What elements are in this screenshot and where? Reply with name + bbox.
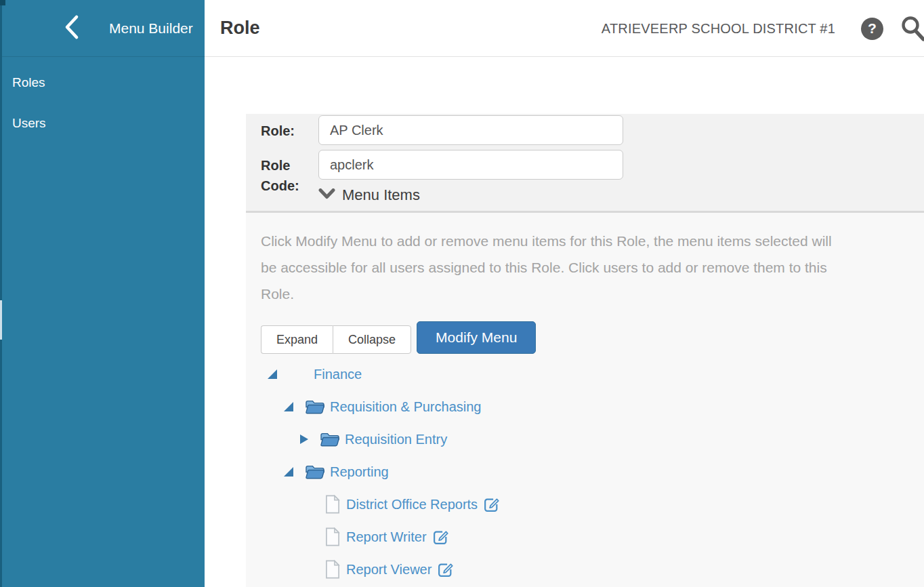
instructions-line: Role. bbox=[261, 281, 924, 307]
role-code-label: Role Code: bbox=[261, 150, 318, 196]
sidebar-scroll-thumb[interactable] bbox=[0, 300, 2, 340]
tree-node-requisition-entry[interactable]: Requisition Entry bbox=[261, 423, 924, 456]
arrow-spacer bbox=[300, 532, 310, 542]
role-row: Role: bbox=[261, 115, 924, 145]
tree-node-finance[interactable]: Finance bbox=[261, 358, 924, 390]
page-title: Role bbox=[220, 18, 260, 39]
collapse-arrow-icon[interactable] bbox=[284, 402, 293, 411]
folder-icon bbox=[319, 431, 340, 447]
sidebar-header: Menu Builder bbox=[0, 0, 205, 57]
modify-menu-button[interactable]: Modify Menu bbox=[417, 321, 536, 354]
district-name: ATRIEVEERP SCHOOL DISTRICT #1 bbox=[602, 21, 835, 37]
menu-items-section-toggle[interactable]: Menu Items bbox=[318, 186, 924, 204]
tree-node-label[interactable]: Requisition Entry bbox=[345, 432, 447, 447]
edit-icon[interactable] bbox=[437, 561, 454, 578]
sidebar-item-label: Users bbox=[12, 116, 46, 131]
tree-node-label[interactable]: Report Writer bbox=[346, 529, 427, 545]
sidebar-item-users[interactable]: Users bbox=[0, 103, 205, 144]
edit-icon[interactable] bbox=[432, 529, 449, 546]
search-icon[interactable] bbox=[901, 14, 924, 43]
menu-items-section: Click Modify Menu to add or remove menu … bbox=[246, 213, 924, 587]
tree-node-reporting[interactable]: Reporting bbox=[261, 456, 924, 488]
toolbar: Expand Collapse Modify Menu bbox=[261, 321, 924, 354]
arrow-spacer bbox=[300, 500, 310, 509]
role-form: Role: Role Code: Menu Items bbox=[246, 114, 924, 211]
tree-node-label[interactable]: Report Viewer bbox=[346, 562, 432, 578]
expand-button[interactable]: Expand bbox=[261, 325, 333, 354]
document-icon bbox=[324, 527, 341, 546]
sidebar-scroll-strip[interactable] bbox=[0, 0, 2, 587]
chevron-down-icon bbox=[318, 188, 335, 202]
role-panel: Role: Role Code: Menu Items Click Modify… bbox=[246, 114, 924, 587]
instructions-line: Click Modify Menu to add or remove menu … bbox=[261, 228, 924, 254]
sidebar-title: Menu Builder bbox=[109, 20, 193, 37]
edit-icon[interactable] bbox=[483, 496, 500, 513]
main-area: Role ATRIEVEERP SCHOOL DISTRICT #1 ? Rol… bbox=[205, 0, 924, 587]
sidebar-item-label: Roles bbox=[12, 75, 45, 90]
tree-node-report-writer[interactable]: Report Writer bbox=[261, 521, 924, 553]
role-code-input[interactable] bbox=[318, 150, 623, 180]
top-bar: Role ATRIEVEERP SCHOOL DISTRICT #1 ? bbox=[205, 0, 924, 57]
document-icon bbox=[324, 495, 341, 514]
menu-items-section-label: Menu Items bbox=[342, 186, 420, 204]
arrow-spacer bbox=[300, 565, 310, 574]
sidebar: Menu Builder Roles Users bbox=[0, 0, 205, 587]
top-bar-right: ATRIEVEERP SCHOOL DISTRICT #1 ? bbox=[602, 0, 924, 57]
tree-node-requisition-purchasing[interactable]: Requisition & Purchasing bbox=[261, 390, 924, 423]
tree-node-label[interactable]: Requisition & Purchasing bbox=[330, 399, 481, 415]
role-label: Role: bbox=[261, 115, 318, 145]
instructions-line: be accessible for all users assigned to … bbox=[261, 254, 924, 281]
back-chevron-icon bbox=[63, 14, 81, 43]
sidebar-corner-block bbox=[0, 0, 5, 5]
menu-tree: Finance Requisition & Purchasing bbox=[261, 358, 924, 586]
tree-node-district-office-reports[interactable]: District Office Reports bbox=[261, 488, 924, 521]
collapse-button[interactable]: Collapse bbox=[333, 325, 411, 354]
collapse-arrow-icon[interactable] bbox=[284, 467, 293, 477]
folder-icon bbox=[304, 399, 325, 415]
tree-node-label[interactable]: Finance bbox=[314, 367, 362, 382]
collapse-arrow-icon[interactable] bbox=[268, 369, 277, 379]
help-icon[interactable]: ? bbox=[861, 18, 883, 40]
expand-collapse-group: Expand Collapse bbox=[261, 325, 411, 354]
tree-node-label[interactable]: Reporting bbox=[330, 464, 389, 480]
sidebar-item-roles[interactable]: Roles bbox=[0, 62, 205, 103]
tree-node-label[interactable]: District Office Reports bbox=[346, 497, 478, 512]
back-button[interactable] bbox=[63, 14, 81, 43]
role-input[interactable] bbox=[318, 115, 623, 145]
sidebar-nav: Roles Users bbox=[0, 57, 205, 144]
expand-arrow-icon[interactable] bbox=[300, 434, 308, 444]
tree-node-report-viewer[interactable]: Report Viewer bbox=[261, 553, 924, 586]
folder-icon bbox=[304, 464, 325, 480]
instructions-text: Click Modify Menu to add or remove menu … bbox=[261, 228, 924, 307]
document-icon bbox=[324, 560, 341, 579]
